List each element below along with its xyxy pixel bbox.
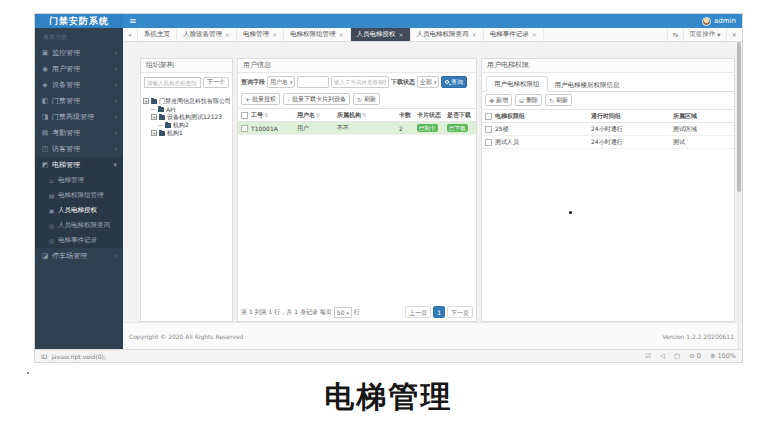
users-panel-title: 用户信息 — [238, 59, 476, 73]
delete-button[interactable]: ⊟ 删除 — [515, 94, 542, 106]
sidebar-item-access-advanced[interactable]: ◨ 门禁高级管理 › — [35, 109, 123, 125]
download-status-select[interactable]: 全部 ▾ — [417, 76, 439, 88]
org-next-button[interactable]: 下一个 — [203, 77, 229, 88]
org-search-input[interactable] — [144, 77, 201, 88]
tab-personnel-elevator-auth[interactable]: 人员电梯授权× — [351, 28, 411, 41]
rows-suffix: 行 — [354, 308, 360, 317]
page-number-button[interactable]: 1 — [433, 306, 445, 318]
row-checkbox[interactable] — [485, 126, 492, 133]
perm-table-row[interactable]: 25楼 24小时通行 测试区域 — [482, 123, 734, 136]
scrollbar-track[interactable] — [737, 42, 741, 349]
tab-operations-dropdown[interactable]: 页签操作▾ — [683, 28, 725, 41]
sidebar-item-devices[interactable]: ◈ 设备管理 › — [35, 77, 123, 93]
folder-icon — [165, 123, 171, 128]
header-username[interactable]: 用户名⇅ — [296, 111, 336, 120]
close-tab-icon[interactable]: × — [532, 31, 537, 38]
tab-elevator-management[interactable]: 电梯管理× — [237, 28, 284, 41]
tab-elevator-perm-group[interactable]: 电梯权限组管理× — [284, 28, 351, 41]
tree-node-device-org[interactable]: + 设备机构测试12123 — [143, 113, 230, 121]
batch-download-button[interactable]: ↓ 批量下载卡片到设备 — [283, 93, 350, 105]
submenu-elevator-perm-group[interactable]: ▤ 电梯权限组管理 — [35, 188, 123, 203]
submenu-elevator-event-log[interactable]: ◎ 电梯事件记录 — [35, 233, 123, 248]
submenu-elevator-management[interactable]: ▫ 电梯管理 — [35, 173, 123, 188]
submenu-label: 人员电梯权限查询 — [58, 221, 110, 230]
query-field-value: 用户名 — [270, 78, 288, 87]
sidebar-item-elevator[interactable]: ◩ 电梯管理 ▾ — [35, 157, 123, 173]
tree-node-api[interactable]: API — [143, 105, 230, 113]
collapse-tabs-icon[interactable]: « — [123, 28, 138, 41]
sort-icon: ⇅ — [316, 112, 320, 118]
prev-page-button[interactable]: 上一页 — [405, 306, 431, 318]
tab-perm-group[interactable]: 用户电梯权限组 — [486, 76, 548, 92]
tab-face-device[interactable]: 人脸设备管理× — [177, 28, 237, 41]
tree-node-org1[interactable]: + 机构1 — [143, 129, 230, 137]
tab-personnel-perm-query[interactable]: 人员电梯权限查询× — [411, 28, 484, 41]
tree-node-company[interactable]: + 门禁道闸信息科技有限公司 — [143, 97, 230, 105]
sidebar-item-label: 设备管理 — [52, 80, 80, 90]
add-label: 新增 — [496, 96, 508, 105]
header-organization[interactable]: 所属机构⇅ — [336, 111, 398, 120]
admin-menu[interactable]: admin — [702, 17, 736, 26]
fuzzy-search-input[interactable] — [331, 76, 389, 88]
pagination: 第 1 到第 1 行，共 1 条记录 每页 50 ▴ 行 上一页 1 下一页 — [241, 306, 473, 318]
row-checkbox[interactable] — [241, 125, 248, 132]
next-page-button[interactable]: 下一页 — [447, 306, 473, 318]
expand-icon[interactable]: + — [151, 114, 157, 120]
tree-node-org2[interactable]: 机构2 — [143, 121, 230, 129]
submenu-personnel-perm-query[interactable]: ◎ 人员电梯权限查询 — [35, 218, 123, 233]
zoom-control[interactable]: ⊕ 100% — [710, 352, 736, 360]
query-field-select[interactable]: 用户名 ▾ — [267, 76, 295, 88]
perm-query-icon: ◎ — [48, 222, 55, 229]
row-checkbox[interactable] — [485, 139, 492, 146]
speaker-icon[interactable]: ◁ — [660, 352, 665, 360]
caret-down-icon: ▾ — [113, 161, 117, 169]
refresh-icon: ↻ — [357, 96, 362, 103]
perm-table-row[interactable]: 测试人员 24小时通行 测试 — [482, 136, 734, 149]
avatar — [702, 17, 711, 26]
expand-icon[interactable]: + — [143, 98, 149, 104]
select-all-checkbox[interactable] — [241, 112, 248, 119]
tab-elevator-event-log[interactable]: 电梯事件记录× — [484, 28, 544, 41]
close-tab-icon[interactable]: × — [399, 31, 404, 38]
tab-home[interactable]: 系统主页 — [138, 28, 177, 41]
refresh-button[interactable]: ↻ 刷新 — [353, 93, 380, 105]
door-icon: ◧ — [41, 97, 49, 105]
stray-dot — [27, 372, 29, 374]
close-tab-icon[interactable]: × — [472, 31, 477, 38]
exchange-tabs-icon[interactable]: ⇆ — [667, 28, 683, 41]
refresh-button[interactable]: ↻ 刷新 — [545, 94, 572, 106]
sidebar-item-attendance[interactable]: ▤ 考勤管理 › — [35, 125, 123, 141]
security-check-icon[interactable]: ☑ — [645, 352, 651, 360]
keyword-input[interactable] — [297, 76, 329, 88]
close-tab-icon[interactable]: × — [339, 31, 344, 38]
network-counter[interactable]: ⊖ 0 — [689, 352, 701, 360]
scrollbar-thumb[interactable] — [737, 42, 741, 192]
sidebar-item-monitor[interactable]: ▣ 监控管理 › — [35, 45, 123, 61]
sidebar-item-visitor[interactable]: ◫ 访客管理 › — [35, 141, 123, 157]
content-footer: Copyright © 2020 All Rights Reserved Ver… — [123, 322, 742, 349]
close-tab-icon[interactable]: × — [272, 31, 277, 38]
sidebar-item-users[interactable]: ◉ 用户管理 › — [35, 61, 123, 77]
sidebar-item-parking[interactable]: ◪ 停车场管理 › — [35, 248, 123, 264]
add-button[interactable]: ✚ 新增 — [485, 94, 512, 106]
cell-area: 测试 — [672, 138, 732, 147]
close-all-tabs-icon[interactable]: × — [726, 28, 742, 41]
org-panel-title: 组织架构 — [141, 59, 232, 73]
close-tab-icon[interactable]: × — [225, 31, 230, 38]
download-icon: ↓ — [287, 96, 290, 102]
tab-label: 系统主页 — [144, 30, 170, 39]
expand-icon[interactable]: + — [151, 130, 157, 136]
search-button[interactable]: 查询 — [441, 76, 467, 88]
tab-operations-label: 页签操作 — [689, 30, 715, 39]
hamburger-icon[interactable]: ≡ — [129, 14, 137, 28]
page-mode-icon[interactable]: ▢ — [674, 352, 680, 360]
submenu-personnel-elevator-auth[interactable]: ▣ 人员电梯授权 — [35, 203, 123, 218]
sidebar-item-access[interactable]: ◧ 门禁管理 › — [35, 93, 123, 109]
batch-authorize-button[interactable]: ✦ 批量授权 — [241, 93, 280, 105]
header-employee-id[interactable]: 工号⇅ — [250, 111, 296, 120]
user-table-row[interactable]: T10001A 用户 不不 2 已制卡 已下载 — [238, 122, 476, 135]
select-all-checkbox[interactable] — [485, 113, 492, 120]
tab-floor-perm-info[interactable]: 用户电梯楼层权限信息 — [548, 78, 627, 92]
cell-perm-group: 25楼 — [494, 125, 590, 134]
page-size-select[interactable]: 50 ▴ — [334, 307, 352, 318]
